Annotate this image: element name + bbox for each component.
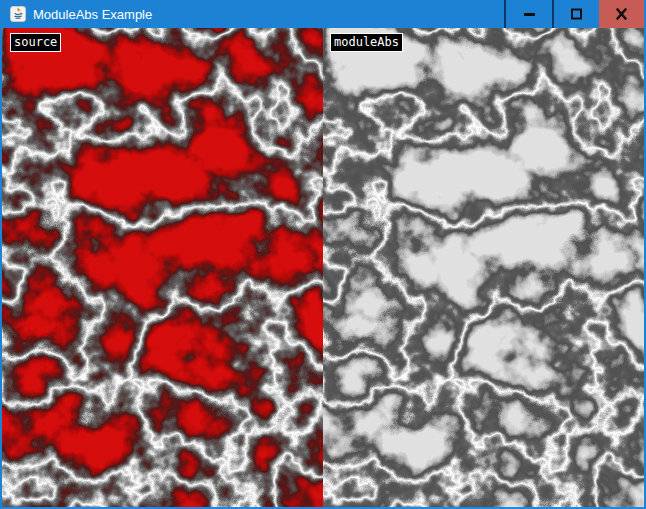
- source-label: source: [10, 33, 61, 52]
- close-button[interactable]: [599, 0, 644, 28]
- close-icon: [599, 0, 644, 28]
- maximize-button[interactable]: [554, 0, 599, 28]
- minimize-icon: [507, 0, 552, 28]
- caption-buttons: [504, 0, 644, 28]
- java-icon: [10, 6, 26, 22]
- render-area: source moduleAbs: [2, 28, 644, 507]
- moduleabs-render: [323, 28, 644, 507]
- moduleabs-label: moduleAbs: [330, 33, 403, 52]
- noise-render: [2, 28, 644, 507]
- window-title: ModuleAbs Example: [33, 7, 504, 22]
- titlebar[interactable]: ModuleAbs Example: [2, 0, 644, 28]
- source-render: [2, 28, 323, 507]
- maximize-icon: [554, 0, 599, 28]
- minimize-button[interactable]: [506, 0, 552, 28]
- app-window: ModuleAbs Example: [0, 0, 646, 509]
